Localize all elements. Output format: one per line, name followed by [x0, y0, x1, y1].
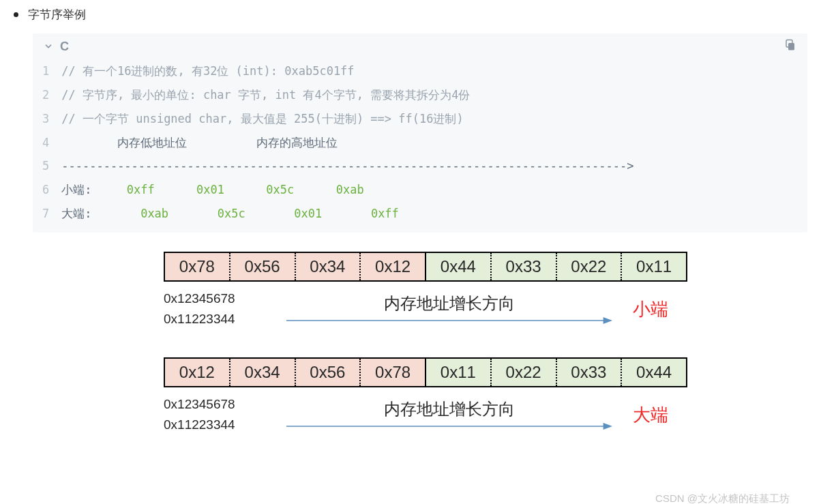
memory-cell: 0x12	[165, 359, 230, 386]
svg-marker-3	[603, 317, 612, 324]
svg-marker-5	[603, 423, 612, 430]
memory-cell: 0x44	[426, 253, 492, 280]
memory-row: 0x120x340x560x780x110x220x330x44	[164, 357, 687, 387]
bullet-dot	[14, 12, 18, 17]
code-line: 内存低地址位 内存的高地址位	[61, 131, 633, 155]
code-body: 1234567 // 有一个16进制的数, 有32位 (int): 0xab5c…	[33, 59, 807, 233]
code-token: // 有一个16进制的数, 有32位 (int): 0xab5c01ff	[61, 64, 354, 78]
code-gutter: 1234567	[33, 59, 61, 226]
line-number: 2	[42, 83, 49, 107]
code-token: ----------------------------------------…	[61, 159, 633, 173]
code-line: // 字节序, 最小的单位: char 字节, int 有4个字节, 需要将其拆…	[61, 83, 633, 107]
line-number: 1	[42, 59, 49, 83]
under-row: 0x123456780x11223344内存地址增长方向大端	[164, 394, 687, 436]
hex-value: 0x12345678	[164, 288, 286, 309]
arrow-label: 内存地址增长方向	[384, 293, 515, 314]
code-token: 大端:	[61, 207, 140, 220]
arrow-right-icon	[286, 421, 612, 431]
hex-value: 0x12345678	[164, 394, 286, 415]
endian-label: 小端	[633, 297, 687, 321]
memory-cell: 0x12	[361, 253, 426, 280]
memory-cell: 0x33	[557, 359, 623, 386]
hex-values: 0x123456780x11223344	[164, 394, 286, 436]
code-token: 0xab 0x5c 0x01 0xff	[140, 207, 399, 220]
memory-cell: 0x78	[165, 253, 230, 280]
code-line: 大端: 0xab 0x5c 0x01 0xff	[61, 202, 633, 226]
memory-cell: 0x56	[296, 359, 361, 386]
memory-cell: 0x56	[230, 253, 296, 280]
memory-cell: 0x34	[230, 359, 296, 386]
code-lines: // 有一个16进制的数, 有32位 (int): 0xab5c01ff// 字…	[61, 59, 633, 226]
memory-cell: 0x78	[361, 359, 426, 386]
hex-values: 0x123456780x11223344	[164, 288, 286, 330]
code-token: 0xff 0x01 0x5c 0xab	[127, 183, 364, 196]
under-row: 0x123456780x11223344内存地址增长方向小端	[164, 288, 687, 330]
line-number: 4	[42, 131, 49, 155]
copy-icon[interactable]	[784, 39, 796, 54]
code-language-label: C	[60, 40, 70, 54]
bullet-text: 字节序举例	[28, 7, 86, 23]
memory-cell: 0x22	[492, 359, 557, 386]
endian-label: 大端	[633, 403, 687, 427]
memory-cell: 0x33	[492, 253, 557, 280]
code-token: // 字节序, 最小的单位: char 字节, int 有4个字节, 需要将其拆…	[61, 88, 470, 102]
code-line: 小端: 0xff 0x01 0x5c 0xab	[61, 178, 633, 202]
memory-cell: 0x34	[296, 253, 361, 280]
code-block: C 1234567 // 有一个16进制的数, 有32位 (int): 0xab…	[33, 33, 807, 233]
memory-cell: 0x22	[557, 253, 623, 280]
code-line: // 有一个16进制的数, 有32位 (int): 0xab5c01ff	[61, 59, 633, 83]
memory-cell: 0x11	[622, 253, 686, 280]
code-token: 小端:	[61, 183, 126, 196]
arrow-label: 内存地址增长方向	[384, 398, 515, 420]
endian-diagram: 0x780x560x340x120x440x330x220x110x123456…	[164, 252, 807, 436]
code-header: C	[33, 33, 807, 59]
chevron-down-icon[interactable]	[44, 42, 53, 51]
arrow-block: 内存地址增长方向	[286, 293, 612, 325]
bullet-item: 字节序举例	[14, 7, 807, 23]
line-number: 3	[42, 107, 49, 131]
line-number: 6	[42, 178, 49, 202]
hex-value: 0x11223344	[164, 309, 286, 329]
row-spacer	[164, 330, 807, 357]
hex-value: 0x11223344	[164, 415, 286, 435]
memory-cell: 0x11	[426, 359, 492, 386]
line-number: 5	[42, 154, 49, 178]
memory-row: 0x780x560x340x120x440x330x220x11	[164, 252, 687, 282]
code-token: // 一个字节 unsigned char, 最大值是 255(十进制) ==>…	[61, 112, 463, 125]
memory-cell: 0x44	[622, 359, 686, 386]
code-token: 内存低地址位 内存的高地址位	[61, 136, 338, 149]
line-number: 7	[42, 202, 49, 226]
arrow-right-icon	[286, 316, 612, 325]
watermark: CSDN @文火冰糖的硅基工坊	[655, 492, 790, 504]
arrow-block: 内存地址增长方向	[286, 398, 612, 431]
code-line: // 一个字节 unsigned char, 最大值是 255(十进制) ==>…	[61, 107, 633, 131]
code-line: ----------------------------------------…	[61, 154, 633, 178]
